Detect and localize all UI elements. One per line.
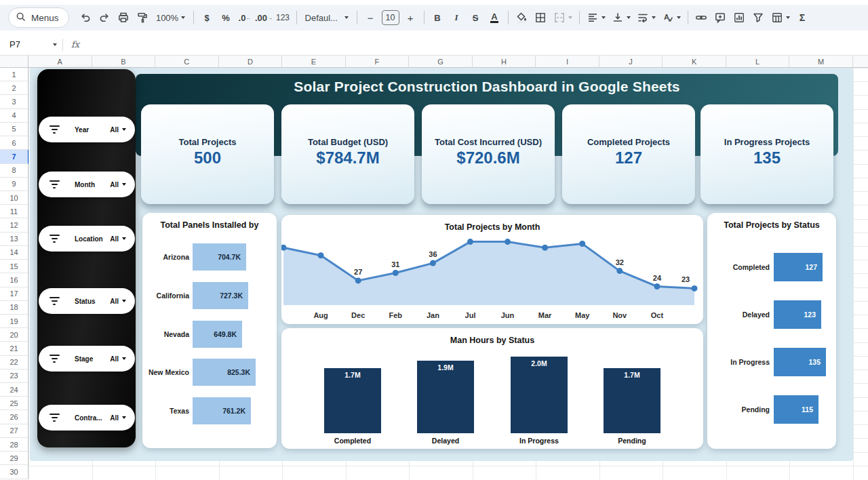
row-header-4[interactable]: 4: [0, 109, 28, 123]
column-header-D[interactable]: D: [219, 56, 283, 67]
row-header-11[interactable]: 11: [0, 205, 28, 218]
row-header-23[interactable]: 23: [0, 369, 28, 383]
format-percent-button[interactable]: %: [217, 9, 235, 27]
row-header-30[interactable]: 30: [0, 465, 28, 479]
column-header-E[interactable]: E: [282, 56, 346, 67]
paint-format-button[interactable]: [134, 9, 152, 27]
row-header-15[interactable]: 15: [0, 260, 28, 273]
row-header-24[interactable]: 24: [0, 383, 28, 397]
select-all-corner[interactable]: [0, 56, 28, 67]
kpi-label: Total Budget (USD): [281, 137, 414, 147]
slicer-stage[interactable]: StageAll: [39, 346, 135, 372]
increase-decimal-button[interactable]: .00→: [255, 9, 273, 27]
bold-button[interactable]: B: [429, 9, 447, 27]
bar-row-arizona: Arizona704.7K: [142, 243, 277, 271]
italic-button[interactable]: I: [448, 9, 466, 27]
insert-chart-button[interactable]: [730, 9, 749, 27]
column-header-G[interactable]: G: [409, 56, 473, 67]
text-rotation-button[interactable]: A: [659, 9, 684, 27]
text-wrap-button[interactable]: [634, 9, 658, 27]
strikethrough-button[interactable]: S: [467, 9, 485, 27]
row-header-22[interactable]: 22: [0, 356, 28, 369]
chart-man-hours-by-status[interactable]: Man Hours by Status 1.7MCompleted1.9MDel…: [281, 328, 703, 449]
menus-button[interactable]: Menus: [8, 7, 69, 28]
row-header-5[interactable]: 5: [0, 123, 28, 136]
row-header-25[interactable]: 25: [0, 397, 28, 410]
name-box[interactable]: P7: [0, 39, 62, 49]
font-select[interactable]: Defaul...: [301, 9, 353, 27]
column-header-A[interactable]: A: [28, 56, 92, 67]
row-header-27[interactable]: 27: [0, 424, 28, 438]
column-header-B[interactable]: B: [92, 56, 156, 67]
column-header-K[interactable]: K: [663, 56, 726, 67]
column-header-I[interactable]: I: [536, 56, 599, 67]
decrease-decimal-button[interactable]: .0←: [236, 9, 254, 27]
horizontal-align-button[interactable]: [584, 9, 608, 27]
slicer-contra[interactable]: Contra...All: [39, 405, 135, 431]
undo-button[interactable]: [77, 9, 95, 27]
create-filter-button[interactable]: [749, 9, 768, 27]
fill-color-button[interactable]: [513, 9, 531, 27]
row-header-16[interactable]: 16: [0, 273, 28, 287]
column-header-L[interactable]: L: [726, 56, 790, 67]
table-views-button[interactable]: [768, 9, 793, 27]
increase-font-size-button[interactable]: +: [401, 9, 420, 27]
row-header-8[interactable]: 8: [0, 164, 28, 178]
bar: 123: [774, 300, 821, 329]
row-header-12[interactable]: 12: [0, 218, 28, 232]
column-header-F[interactable]: F: [346, 56, 410, 67]
row-header-14[interactable]: 14: [0, 246, 28, 260]
redo-button[interactable]: [96, 9, 114, 27]
chart-panels-installed[interactable]: Total Panels Installed by Arizona704.7KC…: [142, 213, 277, 448]
row-header-17[interactable]: 17: [0, 287, 28, 301]
line-chart-svg: 273136322423AugDecFebJanJulJunMarMayNovO…: [281, 232, 703, 323]
functions-button[interactable]: Σ: [793, 9, 812, 27]
row-header-28[interactable]: 28: [0, 438, 28, 452]
row-header-20[interactable]: 20: [0, 328, 28, 342]
row-header-6[interactable]: 6: [0, 136, 28, 150]
slicer-month[interactable]: MonthAll: [39, 172, 135, 197]
row-header-1[interactable]: 1: [0, 68, 28, 81]
bar-row-texas: Texas761.2K: [142, 397, 277, 424]
svg-text:Dec: Dec: [351, 311, 365, 319]
column-header-M[interactable]: M: [789, 56, 853, 67]
row-header-18[interactable]: 18: [0, 301, 28, 315]
more-formats-button[interactable]: 123: [274, 9, 292, 27]
insert-link-button[interactable]: [692, 9, 711, 27]
bar-row-california: California727.3K: [142, 282, 277, 309]
column-header-C[interactable]: C: [155, 56, 219, 67]
row-header-29[interactable]: 29: [0, 452, 28, 465]
insert-comment-button[interactable]: [711, 9, 730, 27]
cells-area[interactable]: Solar Project Construction Dashboard in …: [28, 68, 868, 479]
row-header-3[interactable]: 3: [0, 95, 28, 108]
kpi-value: 135: [701, 148, 833, 167]
column-header-H[interactable]: H: [473, 56, 536, 67]
vertical-align-button[interactable]: [609, 9, 633, 27]
format-currency-button[interactable]: $: [198, 9, 216, 27]
row-header-19[interactable]: 19: [0, 315, 28, 328]
column-header-J[interactable]: J: [599, 56, 663, 67]
row-header-9[interactable]: 9: [0, 178, 28, 191]
slicer-year[interactable]: YearAll: [39, 117, 135, 142]
slicer-location[interactable]: LocationAll: [39, 226, 135, 252]
font-size-input[interactable]: 10: [382, 10, 399, 25]
category-label: In Progress: [497, 437, 581, 445]
row-header-21[interactable]: 21: [0, 342, 28, 355]
row-header-26[interactable]: 26: [0, 410, 28, 424]
filter-icon: [49, 180, 60, 189]
row-header-2[interactable]: 2: [0, 81, 28, 95]
chart-projects-by-month[interactable]: Total Projects by Month 273136322423AugD…: [281, 215, 703, 324]
borders-button[interactable]: [532, 9, 550, 27]
text-color-button[interactable]: A: [486, 9, 504, 27]
row-header-10[interactable]: 10: [0, 191, 28, 205]
print-button[interactable]: [115, 9, 133, 27]
chart-projects-by-status[interactable]: Total Projects by Status Completed127Del…: [707, 213, 836, 449]
zoom-select[interactable]: 100%: [153, 9, 189, 27]
bar: 115: [774, 395, 818, 424]
row-header-7[interactable]: 7: [0, 150, 28, 163]
decrease-font-size-button[interactable]: −: [361, 9, 380, 27]
row-header-13[interactable]: 13: [0, 233, 28, 246]
slicer-status[interactable]: StatusAll: [39, 288, 135, 314]
merge-cells-button[interactable]: [551, 9, 575, 27]
category-label: Arizona: [142, 253, 193, 261]
